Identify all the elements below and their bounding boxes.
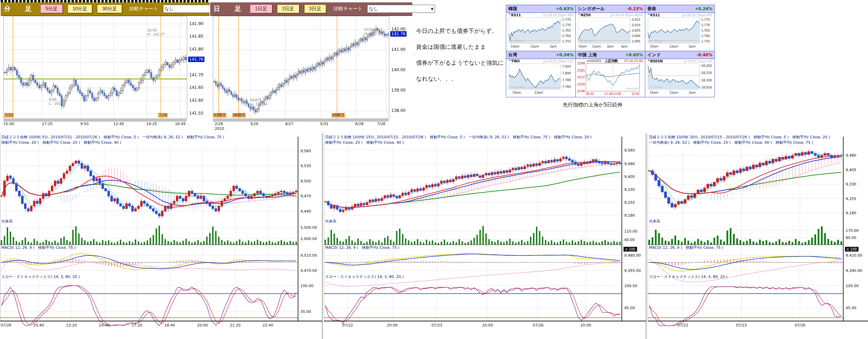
- svg-text:© Yahoo!: © Yahoo!: [649, 85, 664, 89]
- market-change-percent: -0.13%: [627, 6, 643, 11]
- tab-5min[interactable]: 5分足: [40, 4, 63, 13]
- time-tick: 2/26: [215, 122, 223, 126]
- svg-text:3,010: 3,010: [632, 23, 640, 27]
- time-tick: 7/26: [377, 122, 386, 126]
- svg-text:18,150: 18,150: [701, 71, 712, 75]
- svg-text:10:40: 10:40: [33, 323, 44, 327]
- market-name: 台湾: [508, 52, 517, 58]
- chart-title-line1: 日経２２５先物 10/09( 5分, 2010/07/21 - 2010/07/…: [1, 135, 224, 140]
- svg-text:9,480: 9,480: [624, 162, 635, 166]
- compare-chart-select[interactable]: なし ▼: [367, 5, 435, 13]
- market-change-percent: -0.40%: [696, 53, 712, 57]
- asia-cell-chart: sh000001上証指数07-26 15:0025982585257225592…: [576, 59, 645, 97]
- asia-cell-香港: 香港+0.24%^KS11Jul 26 02:55pm KST1,7751,77…: [645, 5, 715, 51]
- market-name: 香港: [647, 6, 656, 12]
- compare-chart-label: 比較チャート: [130, 6, 158, 12]
- asia-cell-chart: ^KS11Jul 26 02:55pm KST1,7751,7701,7651,…: [645, 13, 714, 51]
- volume-pane-label: 出来高: [1, 219, 13, 224]
- svg-text:07/22: 07/22: [677, 323, 688, 327]
- asia-cell-header: 中国 上海+0.65%: [576, 51, 645, 59]
- asia-cell-header: 台湾+0.34%: [506, 51, 575, 59]
- svg-text:21:20: 21:20: [230, 323, 241, 327]
- svg-text:9,255: 9,255: [624, 200, 635, 205]
- price-tick: 142.00: [391, 27, 406, 32]
- svg-text:7,780: 7,780: [562, 78, 571, 82]
- minute-chart-title: 分 足: [4, 4, 36, 13]
- svg-text:45.00: 45.00: [624, 306, 635, 310]
- marquee-dotted-strip: [1, 0, 210, 2]
- tab-3day[interactable]: 3日足: [304, 4, 327, 13]
- svg-text:Jul 26 04:45pm NZST: Jul 26 04:45pm NZST: [610, 14, 643, 17]
- current-price-tag: 141.76: [188, 57, 204, 62]
- svg-text:^KS11: ^KS11: [508, 13, 521, 17]
- tab-30min[interactable]: 30分足: [97, 4, 122, 13]
- technical-chart-canvas: 9,5609,4809,4059,3309,2559,180110.0040.0…: [324, 133, 646, 339]
- asia-cell-中国 上海: 中国 上海+0.65%sh000001上証指数07-26 15:00259825…: [576, 51, 645, 97]
- asia-cell-chart: ^NZ50Jul 26 04:45pm NZST3,0153,0103,0053…: [576, 13, 645, 51]
- svg-text:1,775: 1,775: [562, 18, 571, 21]
- svg-text:3,005: 3,005: [632, 29, 640, 32]
- time-tick: 4/27: [285, 122, 293, 126]
- tab-2day[interactable]: 2日足: [277, 4, 299, 13]
- note-dot: .: [413, 50, 415, 56]
- svg-text:1,765: 1,765: [701, 29, 710, 32]
- svg-text:170.00: 170.00: [846, 228, 859, 233]
- stoch-pane-label: スロー・ストキャスティクス( 14, 3, 80, 20 ): [1, 274, 80, 279]
- trading-dashboard: 分 足 5分足 10分足 30分足 比較チャート なし ▼ 141.90141.…: [0, 0, 868, 339]
- svg-text:© Yahoo!: © Yahoo!: [580, 39, 594, 43]
- svg-text:9,480: 9,480: [846, 153, 856, 158]
- svg-text:3,000: 3,000: [632, 34, 640, 38]
- x-axis-bar: [213, 119, 389, 121]
- technical-chart-canvas: 9,4809,4059,3309,2559,180170.0085.00× 10…: [648, 133, 868, 339]
- bond-minute-chart-panel: 分 足 5分足 10分足 30分足 比較チャート なし ▼ 141.90141.…: [1, 0, 210, 132]
- asian-markets-grid: 韓国+0.63%^KS11Jul 26 02:55pm KST1,7751,77…: [506, 5, 715, 97]
- time-tick: 15:00: [3, 122, 14, 126]
- svg-text:12pm: 12pm: [534, 91, 543, 94]
- nikkei-5min-chart-panel: 日経２２５先物 10/09( 5分, 2010/07/21 - 2010/07/…: [0, 133, 322, 339]
- asia-cell-シンガポール: シンガポール-0.13%^NZ50Jul 26 04:45pm NZST3,01…: [576, 5, 645, 51]
- svg-text:22:40: 22:40: [262, 323, 273, 327]
- macd-pane-label: MACD( 12, 26, 9 ) 移動平均( Close, 75 ): [325, 245, 399, 250]
- contract-month-tag: 09限月: [332, 113, 345, 118]
- asia-cell-header: 韓国+0.63%: [506, 5, 575, 13]
- svg-text:20:00: 20:00: [197, 323, 208, 327]
- chart-title-line2: 移動平均( Close, 20 ) 移動平均( Close, 25 ) 移動平均…: [1, 140, 121, 145]
- svg-text:Jul 26 01:25pm CST: Jul 26 01:25pm CST: [543, 60, 573, 63]
- svg-text:110.00: 110.00: [624, 229, 637, 234]
- svg-text:9,255: 9,255: [846, 197, 856, 201]
- compare-chart-value: なし: [165, 6, 174, 12]
- low-note: 9:00L : 141.58: [49, 98, 66, 106]
- svg-text:1,755: 1,755: [701, 40, 710, 43]
- tab-1day[interactable]: 1日足: [250, 4, 272, 13]
- svg-text:13:20: 13:20: [66, 323, 77, 327]
- time-tick: 14:25: [146, 122, 157, 126]
- svg-text:9,470: 9,470: [300, 194, 311, 198]
- macd-pane-label: MACD( 12, 26, 9 ) 移動平均( Close, 75 ): [649, 245, 723, 250]
- high-note: 07/22H : 142.08: [364, 28, 382, 36]
- date-tag: 7/23: [4, 113, 14, 118]
- svg-text:2546: 2546: [577, 89, 585, 93]
- svg-text:9,500: 9,500: [300, 179, 311, 183]
- svg-text:7,760: 7,760: [562, 85, 571, 88]
- price-tick: 141.55: [189, 111, 203, 116]
- stoch-pane-label: スロー・ストキャスティクス( 14, 3, 80, 20 ): [325, 274, 403, 279]
- svg-text:07-26 15:00: 07-26 15:00: [624, 59, 643, 63]
- svg-text:40.00: 40.00: [624, 238, 635, 242]
- compare-chart-value: なし: [369, 6, 378, 12]
- current-price-tag: 141.76: [390, 31, 407, 37]
- svg-text:18:40: 18:40: [164, 323, 175, 327]
- svg-text:5,500.00: 5,500.00: [300, 225, 317, 230]
- svg-text:× 100: × 100: [625, 247, 635, 251]
- tab-10min[interactable]: 10分足: [67, 4, 93, 13]
- volume-pane-label: 出来高: [649, 219, 660, 224]
- svg-text:4pm: 4pm: [621, 45, 628, 48]
- market-name: 韓国: [508, 6, 517, 12]
- asia-cell-韓国: 韓国+0.63%^KS11Jul 26 02:55pm KST1,7751,77…: [506, 5, 576, 51]
- svg-text:^NZ50: ^NZ50: [578, 13, 591, 17]
- time-tick: 12:45: [113, 122, 124, 126]
- price-tick: 141.85: [189, 34, 203, 39]
- chevron-down-icon: ▼: [431, 7, 434, 11]
- svg-text:2598: 2598: [577, 62, 585, 65]
- price-tick: 141.60: [189, 98, 203, 103]
- svg-text:15:00: 15:00: [632, 93, 639, 96]
